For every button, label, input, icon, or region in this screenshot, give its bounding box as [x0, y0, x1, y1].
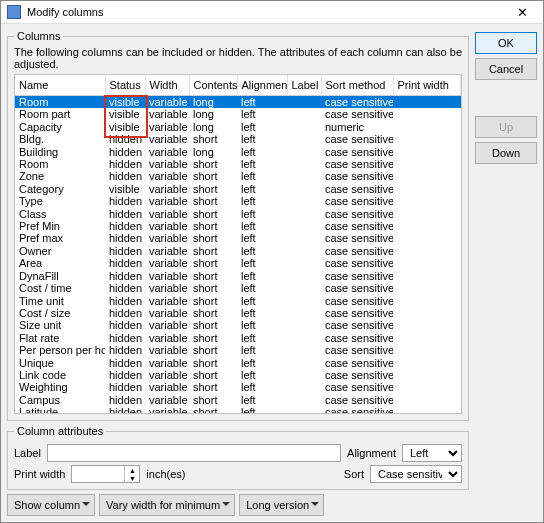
cell-label [287, 232, 321, 244]
cell-label [287, 381, 321, 393]
cell-pw [393, 344, 461, 356]
cell-pw [393, 381, 461, 393]
table-row[interactable]: Link codehiddenvariableshortleftcase sen… [15, 369, 461, 381]
cell-align: left [237, 319, 287, 331]
cell-width: variable [145, 245, 189, 257]
cancel-button[interactable]: Cancel [475, 58, 537, 80]
columns-table[interactable]: NameStatusWidthContentsAlignmentLabelSor… [15, 75, 461, 414]
printwidth-field[interactable] [72, 466, 124, 482]
table-row[interactable]: Buildinghiddenvariablelongleftcase sensi… [15, 146, 461, 158]
cell-pw [393, 195, 461, 207]
spin-down-icon[interactable]: ▼ [125, 474, 139, 482]
cell-name: Cost / size [15, 307, 105, 319]
app-icon [7, 5, 21, 19]
cell-status: hidden [105, 270, 145, 282]
printwidth-spinner[interactable]: ▲▼ [71, 465, 140, 483]
label-field[interactable] [47, 444, 341, 462]
table-row[interactable]: Size unithiddenvariableshortleftcase sen… [15, 319, 461, 331]
cell-name: Room [15, 158, 105, 170]
table-row[interactable]: Pref maxhiddenvariableshortleftcase sens… [15, 232, 461, 244]
table-row[interactable]: Latitudehiddenvariableshortleftcase sens… [15, 406, 461, 414]
table-row[interactable]: Cost / timehiddenvariableshortleftcase s… [15, 282, 461, 294]
cell-sort: case sensitive [321, 158, 393, 170]
table-row[interactable]: Campushiddenvariableshortleftcase sensit… [15, 394, 461, 406]
cell-sort: case sensitive [321, 357, 393, 369]
column-header[interactable]: Contents [189, 75, 237, 96]
table-row[interactable]: Areahiddenvariableshortleftcase sensitiv… [15, 257, 461, 269]
table-row[interactable]: Ownerhiddenvariableshortleftcase sensiti… [15, 245, 461, 257]
table-row[interactable]: Room partvisiblevariablelongleftcase sen… [15, 108, 461, 120]
cell-pw [393, 257, 461, 269]
cell-width: variable [145, 121, 189, 133]
cell-pw [393, 357, 461, 369]
columns-table-container: NameStatusWidthContentsAlignmentLabelSor… [14, 74, 462, 414]
cell-align: left [237, 133, 287, 145]
cell-status: hidden [105, 406, 145, 414]
column-header[interactable]: Print width [393, 75, 461, 96]
cell-width: variable [145, 369, 189, 381]
column-header[interactable]: Label [287, 75, 321, 96]
cell-status: hidden [105, 133, 145, 145]
cell-width: variable [145, 232, 189, 244]
cell-align: left [237, 232, 287, 244]
alignment-select[interactable]: Left [402, 444, 462, 462]
cell-sort: case sensitive [321, 133, 393, 145]
table-row[interactable]: Bldg.hiddenvariableshortleftcase sensiti… [15, 133, 461, 145]
titlebar[interactable]: Modify columns ✕ [1, 1, 543, 24]
cell-status: hidden [105, 381, 145, 393]
sort-select[interactable]: Case sensitive [370, 465, 462, 483]
table-row[interactable]: Classhiddenvariableshortleftcase sensiti… [15, 208, 461, 220]
cell-width: variable [145, 282, 189, 294]
table-row[interactable]: DynaFillhiddenvariableshortleftcase sens… [15, 270, 461, 282]
table-row[interactable]: Time unithiddenvariableshortleftcase sen… [15, 295, 461, 307]
cell-name: Class [15, 208, 105, 220]
table-row[interactable]: Roomhiddenvariableshortleftcase sensitiv… [15, 158, 461, 170]
up-button[interactable]: Up [475, 116, 537, 138]
cell-sort: case sensitive [321, 295, 393, 307]
cell-align: left [237, 295, 287, 307]
cell-width: variable [145, 406, 189, 414]
cell-contents: long [189, 108, 237, 120]
column-header[interactable]: Sort method [321, 75, 393, 96]
down-button[interactable]: Down [475, 142, 537, 164]
cell-status: hidden [105, 307, 145, 319]
cell-pw [393, 170, 461, 182]
ok-button[interactable]: OK [475, 32, 537, 54]
cell-name: Room part [15, 108, 105, 120]
cell-contents: short [189, 282, 237, 294]
close-button[interactable]: ✕ [507, 5, 537, 20]
column-header[interactable]: Status [105, 75, 145, 96]
cell-pw [393, 406, 461, 414]
column-header[interactable]: Name [15, 75, 105, 96]
table-row[interactable]: Typehiddenvariableshortleftcase sensitiv… [15, 195, 461, 207]
cell-width: variable [145, 357, 189, 369]
cell-pw [393, 133, 461, 145]
column-header[interactable]: Width [145, 75, 189, 96]
table-row[interactable]: Cost / sizehiddenvariableshortleftcase s… [15, 307, 461, 319]
table-row[interactable]: Capacityvisiblevariablelongleftnumeric [15, 121, 461, 133]
cell-pw [393, 220, 461, 232]
long-version-dropdown[interactable]: Long version [239, 494, 324, 516]
table-row[interactable]: Flat ratehiddenvariableshortleftcase sen… [15, 332, 461, 344]
cell-pw [393, 208, 461, 220]
cell-sort: numeric [321, 121, 393, 133]
table-row[interactable]: Roomvisiblevariablelongleftcase sensitiv… [15, 96, 461, 109]
table-row[interactable]: Zonehiddenvariableshortleftcase sensitiv… [15, 170, 461, 182]
cell-width: variable [145, 108, 189, 120]
column-header[interactable]: Alignment [237, 75, 287, 96]
cell-sort: case sensitive [321, 208, 393, 220]
table-row[interactable]: Categoryvisiblevariableshortleftcase sen… [15, 183, 461, 195]
table-row[interactable]: Uniquehiddenvariableshortleftcase sensit… [15, 357, 461, 369]
table-row[interactable]: Pref Minhiddenvariableshortleftcase sens… [15, 220, 461, 232]
columns-hint: The following columns can be included or… [14, 46, 462, 70]
cell-status: hidden [105, 195, 145, 207]
cell-name: Area [15, 257, 105, 269]
spin-up-icon[interactable]: ▲ [125, 466, 139, 474]
cell-contents: short [189, 245, 237, 257]
show-column-dropdown[interactable]: Show column [7, 494, 95, 516]
cell-name: Room [15, 96, 105, 109]
table-row[interactable]: Weightinghiddenvariableshortleftcase sen… [15, 381, 461, 393]
vary-width-dropdown[interactable]: Vary width for minimum [99, 494, 235, 516]
table-row[interactable]: Per person per hourhiddenvariableshortle… [15, 344, 461, 356]
cell-align: left [237, 96, 287, 109]
